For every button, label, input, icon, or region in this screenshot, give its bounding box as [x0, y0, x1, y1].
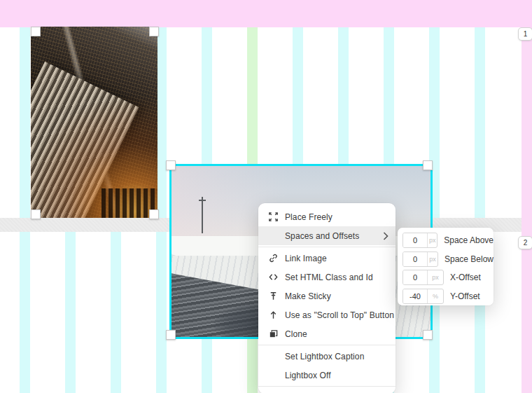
- menu-item-label: Clone: [285, 329, 307, 339]
- menu-item-spaces-and-offsets[interactable]: Spaces and Offsets: [258, 226, 396, 245]
- spaces-offsets-submenu: px Space Above px Space Below px X-Offse…: [398, 228, 493, 305]
- menu-item-label: Spaces and Offsets: [285, 231, 359, 241]
- input-group: px: [402, 233, 438, 248]
- menu-item-set-html-class-id[interactable]: Set HTML Class and Id: [258, 268, 396, 287]
- page-marker-1[interactable]: 1: [518, 27, 532, 41]
- input-group: px: [402, 251, 438, 267]
- menu-item-scroll-to-top-button[interactable]: Use as "Scroll to Top" Button: [258, 305, 396, 324]
- unit-label: px: [427, 270, 443, 284]
- page-marker-2[interactable]: 2: [518, 236, 532, 249]
- menu-item-label: Link Image: [285, 254, 327, 263]
- link-icon: [267, 252, 279, 264]
- x-offset-input[interactable]: [403, 270, 427, 284]
- arrow-up-icon: [267, 309, 279, 321]
- resize-handle-top-right[interactable]: [149, 27, 159, 36]
- clone-icon: [267, 328, 279, 340]
- input-group: px: [402, 270, 444, 285]
- menu-separator: [258, 247, 396, 247]
- utility-pole: [202, 197, 203, 233]
- input-group: %: [402, 289, 444, 304]
- place-freely-icon: [267, 211, 279, 223]
- menu-item-label: Place Freely: [285, 212, 332, 222]
- menu-item-label: Lightbox Off: [285, 371, 331, 380]
- building-photo[interactable]: [31, 27, 158, 218]
- selection-handle-top-left[interactable]: [166, 160, 176, 170]
- submenu-row-space-above: px Space Above: [402, 232, 493, 249]
- menu-item-place-freely[interactable]: Place Freely: [258, 207, 396, 226]
- menu-item-label: Use as "Scroll to Top" Button: [285, 310, 394, 320]
- unit-label: px: [427, 252, 438, 266]
- menu-item-make-sticky[interactable]: Make Sticky: [258, 287, 396, 305]
- unit-label: px: [427, 233, 437, 247]
- menu-item-label: Set HTML Class and Id: [285, 273, 373, 282]
- y-offset-input[interactable]: [403, 289, 427, 303]
- resize-handle-bottom-right[interactable]: [149, 209, 159, 219]
- space-below-input[interactable]: [403, 252, 427, 266]
- space-above-input[interactable]: [403, 233, 427, 247]
- submenu-row-label: Y-Offset: [450, 291, 480, 301]
- right-pink-strip: [522, 27, 532, 393]
- selection-handle-bottom-left[interactable]: [166, 330, 176, 340]
- submenu-row-label: Space Below: [444, 254, 493, 264]
- pin-icon: [267, 290, 279, 302]
- submenu-row-label: Space Above: [444, 235, 493, 245]
- layout-guide-column: [475, 27, 485, 393]
- submenu-row-label: X-Offset: [450, 273, 481, 282]
- chevron-right-icon: [383, 232, 388, 240]
- empty-icon-slot: [267, 230, 279, 242]
- menu-separator: [258, 386, 396, 387]
- menu-item-clone[interactable]: Clone: [258, 324, 396, 343]
- layout-guide-column: [20, 27, 30, 393]
- context-menu: Place Freely Spaces and Offsets Link Ima…: [258, 203, 396, 393]
- design-canvas: 1 2 Place Freely Spaces and Offsets: [0, 0, 532, 393]
- menu-item-label: Set Lightbox Caption: [285, 352, 364, 361]
- menu-item-lightbox-off[interactable]: Lightbox Off: [258, 366, 396, 385]
- resize-handle-top-left[interactable]: [31, 27, 41, 36]
- submenu-row-y-offset: % Y-Offset: [402, 288, 493, 305]
- menu-item-label: Make Sticky: [285, 291, 331, 301]
- menu-item-set-lightbox-caption[interactable]: Set Lightbox Caption: [258, 347, 396, 366]
- submenu-row-space-below: px Space Below: [402, 251, 493, 268]
- selection-handle-top-right[interactable]: [423, 160, 433, 170]
- code-icon: [267, 271, 279, 283]
- top-pink-section[interactable]: [0, 0, 532, 27]
- menu-item-partial-slider[interactable]: [258, 388, 396, 393]
- empty-icon-slot: [267, 369, 279, 381]
- selection-handle-bottom-right[interactable]: [423, 330, 433, 340]
- unit-label: %: [427, 289, 443, 303]
- menu-separator: [258, 345, 396, 345]
- submenu-row-x-offset: px X-Offset: [402, 269, 493, 286]
- menu-item-link-image[interactable]: Link Image: [258, 249, 396, 268]
- resize-handle-bottom-left[interactable]: [31, 209, 41, 219]
- empty-icon-slot: [267, 350, 279, 362]
